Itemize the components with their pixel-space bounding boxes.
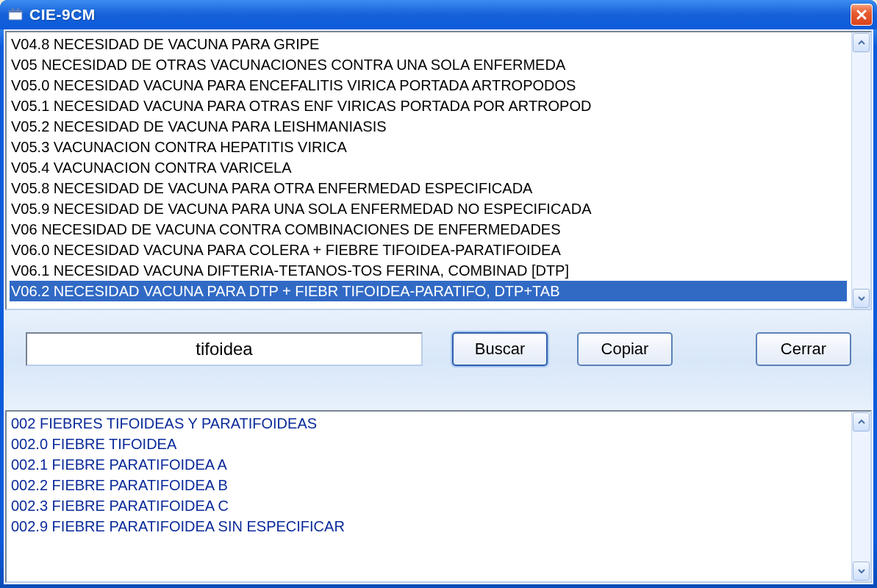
chevron-up-icon: [858, 39, 865, 46]
app-window: CIE-9CM V04.8 NECESIDAD DE VACUNA PARA G…: [0, 0, 877, 588]
scroll-up-button[interactable]: [853, 412, 870, 431]
results-list-content: 002 FIEBRES TIFOIDEAS Y PARATIFOIDEAS002…: [7, 412, 850, 581]
list-item[interactable]: 002.0 FIEBRE TIFOIDEA: [10, 434, 847, 454]
search-button[interactable]: Buscar: [452, 332, 548, 366]
scroll-track[interactable]: [852, 432, 870, 561]
scrollbar[interactable]: [851, 412, 870, 581]
scrollbar[interactable]: [851, 32, 870, 309]
controls-row: Buscar Copiar Cerrar: [4, 310, 873, 410]
list-item[interactable]: 002.1 FIEBRE PARATIFOIDEA A: [10, 454, 847, 475]
list-item[interactable]: V05.4 VACUNACION CONTRA VARICELA: [10, 157, 847, 178]
list-item[interactable]: V06.0 NECESIDAD VACUNA PARA COLERA + FIE…: [10, 240, 847, 260]
list-item[interactable]: V05.0 NECESIDAD VACUNA PARA ENCEFALITIS …: [10, 75, 847, 96]
close-window-button[interactable]: [851, 4, 873, 26]
scroll-track[interactable]: [852, 53, 870, 288]
chevron-down-icon: [858, 295, 865, 302]
close-button[interactable]: Cerrar: [756, 332, 851, 366]
client-area: V04.8 NECESIDAD DE VACUNA PARA GRIPEV05 …: [4, 29, 873, 584]
scroll-down-button[interactable]: [853, 289, 870, 308]
scroll-up-button[interactable]: [853, 33, 870, 52]
close-icon: [856, 9, 867, 21]
svg-rect-1: [9, 10, 22, 12]
list-item[interactable]: V06 NECESIDAD DE VACUNA CONTRA COMBINACI…: [10, 219, 847, 240]
list-item[interactable]: V05.8 NECESIDAD DE VACUNA PARA OTRA ENFE…: [10, 178, 847, 198]
codes-listbox-bottom[interactable]: 002 FIEBRES TIFOIDEAS Y PARATIFOIDEAS002…: [5, 410, 872, 583]
list-item[interactable]: 002.2 FIEBRE PARATIFOIDEA B: [10, 475, 847, 495]
list-item[interactable]: 002.9 FIEBRE PARATIFOIDEA SIN ESPECIFICA…: [10, 516, 847, 537]
list-item[interactable]: V04.8 NECESIDAD DE VACUNA PARA GRIPE: [10, 34, 847, 54]
chevron-down-icon: [858, 567, 865, 575]
search-input[interactable]: [26, 332, 423, 366]
app-icon: [7, 7, 24, 23]
list-item[interactable]: 002 FIEBRES TIFOIDEAS Y PARATIFOIDEAS: [10, 413, 847, 434]
list-item[interactable]: 002.3 FIEBRE PARATIFOIDEA C: [10, 495, 847, 516]
codes-list-content: V04.8 NECESIDAD DE VACUNA PARA GRIPEV05 …: [7, 32, 850, 309]
list-item[interactable]: V05.1 NECESIDAD VACUNA PARA OTRAS ENF VI…: [10, 96, 847, 116]
chevron-up-icon: [858, 418, 865, 426]
list-item[interactable]: V05.3 VACUNACION CONTRA HEPATITIS VIRICA: [10, 137, 847, 157]
list-item[interactable]: V06.1 NECESIDAD VACUNA DIFTERIA-TETANOS-…: [10, 260, 847, 281]
window-title: CIE-9CM: [29, 6, 851, 24]
list-item[interactable]: V06.2 NECESIDAD VACUNA PARA DTP + FIEBR …: [10, 281, 847, 301]
svg-rect-3: [17, 8, 19, 12]
copy-button[interactable]: Copiar: [577, 332, 673, 366]
list-item[interactable]: V05 NECESIDAD DE OTRAS VACUNACIONES CONT…: [10, 54, 847, 75]
titlebar[interactable]: CIE-9CM: [0, 0, 877, 29]
scroll-down-button[interactable]: [853, 562, 870, 581]
svg-rect-2: [12, 8, 14, 12]
codes-listbox-top[interactable]: V04.8 NECESIDAD DE VACUNA PARA GRIPEV05 …: [5, 31, 872, 310]
list-item[interactable]: V05.9 NECESIDAD DE VACUNA PARA UNA SOLA …: [10, 198, 847, 219]
list-item[interactable]: V05.2 NECESIDAD DE VACUNA PARA LEISHMANI…: [10, 116, 847, 137]
